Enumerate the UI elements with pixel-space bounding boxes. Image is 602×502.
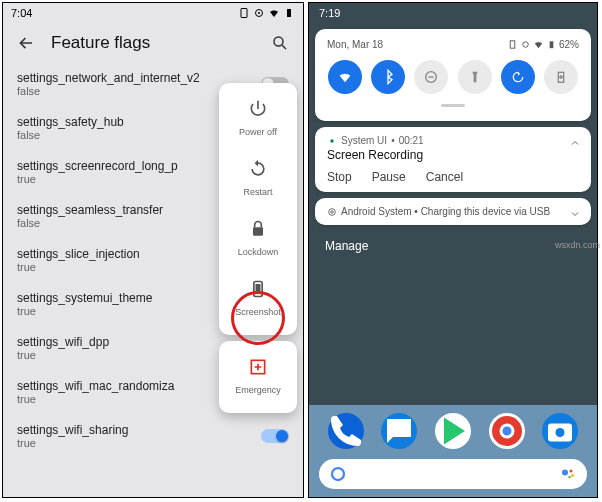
manage-button[interactable]: Manage bbox=[309, 231, 597, 261]
quick-settings-panel: Mon, Mar 18 62% bbox=[315, 29, 591, 121]
notification-text: Android System • Charging this device vi… bbox=[341, 206, 550, 217]
qs-bluetooth[interactable] bbox=[371, 60, 405, 94]
play-icon bbox=[435, 413, 471, 449]
qs-rotate[interactable] bbox=[501, 60, 535, 94]
gear-icon bbox=[327, 207, 337, 217]
svg-rect-3 bbox=[287, 9, 291, 17]
vibrate-icon bbox=[238, 7, 250, 19]
qs-battery-saver[interactable] bbox=[544, 60, 578, 94]
phone-right: 7:19 Mon, Mar 18 62% bbox=[308, 2, 598, 498]
svg-rect-11 bbox=[550, 41, 554, 48]
app-messages[interactable] bbox=[381, 413, 417, 449]
watermark: wsxdn.com bbox=[555, 240, 600, 250]
svg-point-23 bbox=[562, 470, 568, 476]
dnd-icon bbox=[423, 69, 439, 85]
assistant-icon bbox=[559, 465, 577, 483]
search-pill[interactable] bbox=[319, 459, 587, 489]
status-time: 7:19 bbox=[319, 7, 340, 19]
flag-key: settings_wifi_sharing bbox=[17, 423, 261, 437]
svg-point-22 bbox=[332, 468, 344, 480]
battery-percent: 62% bbox=[559, 39, 579, 50]
bluetooth-icon bbox=[380, 69, 396, 85]
dock bbox=[309, 405, 597, 497]
battery-saver-icon bbox=[553, 69, 569, 85]
status-time: 7:04 bbox=[11, 7, 32, 19]
svg-rect-7 bbox=[256, 284, 261, 292]
notification-app: System UI bbox=[341, 135, 387, 146]
power-label: Power off bbox=[223, 127, 293, 137]
circle-icon bbox=[253, 7, 265, 19]
power-off-button[interactable]: Power off bbox=[219, 89, 297, 149]
circle-icon bbox=[520, 39, 531, 50]
screenshot-icon bbox=[248, 279, 268, 299]
svg-rect-5 bbox=[253, 227, 263, 235]
power-icon bbox=[248, 99, 268, 119]
toggle[interactable] bbox=[261, 429, 289, 443]
chevron-down-icon[interactable] bbox=[569, 208, 581, 220]
emergency-button[interactable]: Emergency bbox=[219, 347, 297, 407]
app-camera[interactable] bbox=[542, 413, 578, 449]
svg-point-26 bbox=[568, 476, 570, 478]
qs-flashlight[interactable] bbox=[458, 60, 492, 94]
svg-point-2 bbox=[258, 12, 260, 14]
svg-point-16 bbox=[329, 208, 336, 215]
action-cancel[interactable]: Cancel bbox=[426, 170, 463, 184]
back-icon[interactable] bbox=[17, 34, 35, 52]
flag-row[interactable]: settings_wifi_sharingtrue bbox=[3, 415, 303, 459]
notification-charging[interactable]: Android System • Charging this device vi… bbox=[315, 198, 591, 225]
svg-point-15 bbox=[331, 210, 334, 213]
svg-point-24 bbox=[570, 470, 573, 473]
flag-value: true bbox=[17, 437, 261, 449]
svg-point-4 bbox=[274, 37, 283, 46]
wifi-icon bbox=[337, 69, 353, 85]
action-pause[interactable]: Pause bbox=[372, 170, 406, 184]
status-icons: 62% bbox=[507, 39, 579, 50]
expand-handle[interactable] bbox=[441, 104, 465, 107]
wifi-icon bbox=[268, 7, 280, 19]
action-stop[interactable]: Stop bbox=[327, 170, 352, 184]
qs-dnd[interactable] bbox=[414, 60, 448, 94]
status-bar: 7:04 bbox=[3, 3, 303, 23]
camera-icon bbox=[542, 413, 578, 449]
status-bar: 7:19 bbox=[309, 3, 597, 23]
status-icons bbox=[238, 7, 295, 19]
notification-app-line: System UI • 00:21 bbox=[327, 135, 579, 146]
screenshot-button[interactable]: Screenshot bbox=[219, 269, 297, 329]
vibrate-icon bbox=[507, 39, 518, 50]
svg-point-14 bbox=[330, 139, 333, 142]
notification-screen-recording[interactable]: System UI • 00:21 Screen Recording Stop … bbox=[315, 127, 591, 192]
chevron-up-icon[interactable] bbox=[569, 137, 581, 149]
wifi-icon bbox=[533, 39, 544, 50]
power-label: Screenshot bbox=[223, 307, 293, 317]
qs-wifi[interactable] bbox=[328, 60, 362, 94]
svg-point-21 bbox=[556, 428, 565, 437]
lockdown-button[interactable]: Lockdown bbox=[219, 209, 297, 269]
flashlight-icon bbox=[467, 69, 483, 85]
power-label: Lockdown bbox=[223, 247, 293, 257]
app-play[interactable] bbox=[435, 413, 471, 449]
svg-point-10 bbox=[523, 42, 529, 48]
app-chrome[interactable] bbox=[489, 413, 525, 449]
notification-title: Screen Recording bbox=[327, 148, 579, 162]
messages-icon bbox=[381, 413, 417, 449]
page-title: Feature flags bbox=[51, 33, 255, 53]
google-icon bbox=[329, 465, 347, 483]
emergency-icon bbox=[248, 357, 268, 377]
app-phone[interactable] bbox=[328, 413, 364, 449]
svg-rect-9 bbox=[510, 41, 515, 48]
header: Feature flags bbox=[3, 23, 303, 63]
phone-left: 7:04 Feature flags settings_network_and_… bbox=[2, 2, 304, 498]
power-label: Emergency bbox=[223, 385, 293, 395]
phone-icon bbox=[328, 413, 364, 449]
restart-icon bbox=[248, 159, 268, 179]
android-icon bbox=[327, 136, 337, 146]
power-menu: Power off Restart Lockdown Screenshot bbox=[219, 83, 297, 419]
svg-point-25 bbox=[571, 474, 574, 477]
svg-rect-0 bbox=[241, 9, 247, 18]
battery-icon bbox=[546, 39, 557, 50]
date: Mon, Mar 18 bbox=[327, 39, 383, 50]
power-label: Restart bbox=[223, 187, 293, 197]
restart-button[interactable]: Restart bbox=[219, 149, 297, 209]
battery-icon bbox=[283, 7, 295, 19]
search-icon[interactable] bbox=[271, 34, 289, 52]
